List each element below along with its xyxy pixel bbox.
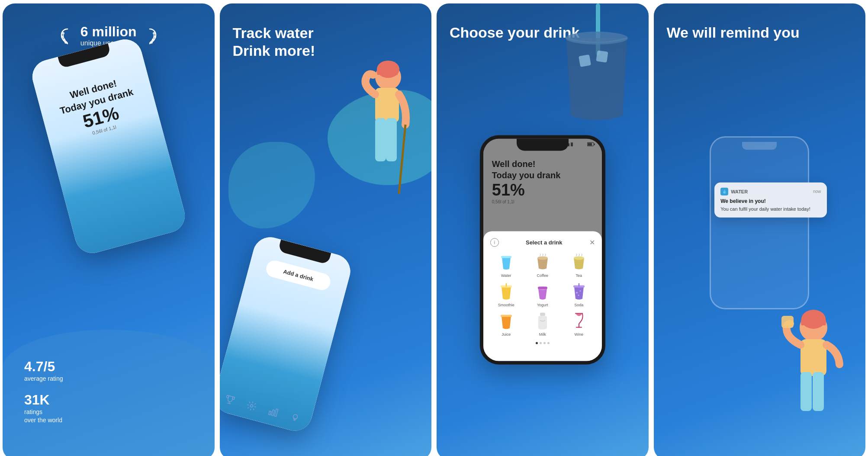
trophy-icon bbox=[224, 394, 235, 406]
drink-icon-juice bbox=[497, 311, 516, 331]
drink-label-milk: Milk bbox=[539, 332, 546, 337]
drink-label-smoothie: Smoothie bbox=[498, 303, 514, 307]
bulb-icon bbox=[289, 412, 301, 424]
drink-item-smoothie[interactable]: Smoothie bbox=[490, 282, 522, 307]
phone-mockup-3: Well done!Today you drank 51% 0,56l of 1… bbox=[480, 135, 605, 364]
laurel-left-icon bbox=[60, 26, 75, 45]
add-drink-button[interactable]: Add a drink bbox=[264, 259, 332, 292]
drink-icon-smoothie bbox=[497, 282, 516, 301]
svg-rect-27 bbox=[571, 142, 573, 146]
info-button[interactable]: i bbox=[490, 238, 499, 247]
drink-item-wine[interactable]: Wine bbox=[563, 311, 595, 337]
svg-point-41 bbox=[579, 290, 581, 292]
notif-time: now bbox=[813, 189, 821, 194]
percent-3: 51% bbox=[492, 181, 593, 199]
svg-rect-43 bbox=[501, 315, 512, 317]
drink-item-soda[interactable]: Soda bbox=[563, 282, 595, 307]
notif-header: 💧 WATER now bbox=[720, 187, 821, 195]
panel1-stats: 4.7/5 average rating 31K ratingsover the… bbox=[3, 359, 215, 434]
big-cup-decoration bbox=[558, 3, 636, 125]
svg-point-42 bbox=[578, 295, 579, 296]
svg-rect-24 bbox=[596, 50, 608, 62]
drink-label-juice: Juice bbox=[502, 332, 511, 337]
cup-svg bbox=[558, 3, 636, 125]
stat-ratings-label: ratingsover the world bbox=[24, 408, 62, 425]
dot-4 bbox=[547, 342, 550, 344]
svg-point-16 bbox=[250, 404, 253, 407]
phone-mockup-2: Add a drink bbox=[220, 233, 354, 434]
svg-point-1 bbox=[61, 35, 64, 38]
panel-1: 6 million unique users Well done!Today y… bbox=[3, 3, 215, 456]
svg-rect-50 bbox=[813, 372, 824, 411]
tea-cup-icon bbox=[571, 254, 587, 271]
svg-point-7 bbox=[150, 41, 153, 44]
svg-rect-17 bbox=[268, 411, 271, 415]
phone-mockup-1: Well done!Today you drank 51% 0,56l of 1… bbox=[29, 35, 189, 257]
panel4-headline: We will remind you bbox=[654, 3, 866, 50]
drink-item-yogurt[interactable]: Yogurt bbox=[527, 282, 559, 307]
person-illustration-4 bbox=[770, 304, 857, 442]
panel-3: Choose your drink bbox=[437, 3, 649, 456]
sheet-title: Select a drink bbox=[526, 239, 563, 246]
phone-screen-2: Add a drink bbox=[220, 233, 354, 434]
notif-app-icon: 💧 bbox=[720, 187, 728, 195]
svg-rect-47 bbox=[800, 339, 826, 376]
svg-rect-18 bbox=[271, 410, 274, 416]
panel-4: We will remind you 💧 WATER now We believ… bbox=[654, 3, 866, 456]
svg-rect-44 bbox=[540, 312, 545, 316]
water-cup-icon bbox=[500, 254, 513, 271]
svg-rect-30 bbox=[594, 143, 595, 145]
bottom-icons-2 bbox=[224, 394, 301, 423]
dot-2 bbox=[540, 342, 542, 344]
phone-notch-outline bbox=[742, 142, 777, 150]
drink-icon-tea bbox=[569, 253, 588, 272]
drink-icon-water bbox=[497, 253, 516, 272]
milk-bottle-icon bbox=[537, 312, 549, 330]
drink-item-juice[interactable]: Juice bbox=[490, 311, 522, 337]
svg-point-5 bbox=[154, 35, 156, 38]
svg-point-32 bbox=[537, 256, 548, 260]
wine-glass-icon bbox=[573, 312, 585, 330]
panel1-title: 6 million bbox=[80, 24, 137, 39]
drink-icon-milk bbox=[533, 311, 552, 331]
chart-icon bbox=[267, 406, 279, 417]
person-svg-2 bbox=[332, 55, 418, 207]
sheet-header: i Select a drink ✕ bbox=[490, 238, 595, 247]
svg-point-3 bbox=[64, 41, 67, 44]
notification-card: 💧 WATER now We believe in you! You can f… bbox=[714, 182, 827, 217]
notif-app-info: 💧 WATER bbox=[720, 187, 748, 195]
drink-label-tea: Tea bbox=[575, 273, 582, 278]
drink-icon-soda bbox=[569, 282, 588, 301]
stat-rating-value: 4.7/5 bbox=[24, 359, 55, 375]
panel-2: Track water Drink more! bbox=[220, 3, 432, 456]
drink-grid: Water Co bbox=[490, 253, 595, 337]
drink-icon-yogurt bbox=[533, 282, 552, 301]
battery-icon bbox=[587, 142, 595, 146]
svg-rect-11 bbox=[375, 118, 386, 161]
svg-point-4 bbox=[153, 32, 155, 35]
dot-3 bbox=[543, 342, 546, 344]
svg-rect-29 bbox=[588, 143, 592, 145]
drink-item-water[interactable]: Water bbox=[490, 253, 522, 278]
svg-point-6 bbox=[152, 39, 154, 41]
soda-cup-icon bbox=[572, 283, 585, 300]
phone-screen-1: Well done!Today you drank 51% 0,56l of 1… bbox=[29, 35, 189, 257]
svg-point-2 bbox=[63, 39, 65, 41]
drink-label-wine: Wine bbox=[574, 332, 583, 337]
phone-screen-3: Well done!Today you drank 51% 0,56l of 1… bbox=[483, 138, 602, 361]
blob2-decoration bbox=[228, 142, 315, 228]
svg-rect-31 bbox=[501, 256, 511, 258]
coffee-cup-icon bbox=[535, 254, 550, 271]
drink-item-tea[interactable]: Tea bbox=[563, 253, 595, 278]
svg-rect-48 bbox=[781, 316, 794, 328]
svg-rect-23 bbox=[579, 55, 591, 67]
notif-body: You can fulfil your daily water intake t… bbox=[720, 206, 821, 212]
close-button[interactable]: ✕ bbox=[589, 238, 595, 247]
svg-line-13 bbox=[399, 125, 405, 194]
phone-notch-3 bbox=[517, 138, 569, 151]
drink-item-milk[interactable]: Milk bbox=[527, 311, 559, 337]
stat-rating-label: average rating bbox=[24, 375, 63, 383]
drink-item-coffee[interactable]: Coffee bbox=[527, 253, 559, 278]
person-svg-4 bbox=[770, 304, 857, 442]
notif-title: We believe in you! bbox=[720, 198, 821, 204]
